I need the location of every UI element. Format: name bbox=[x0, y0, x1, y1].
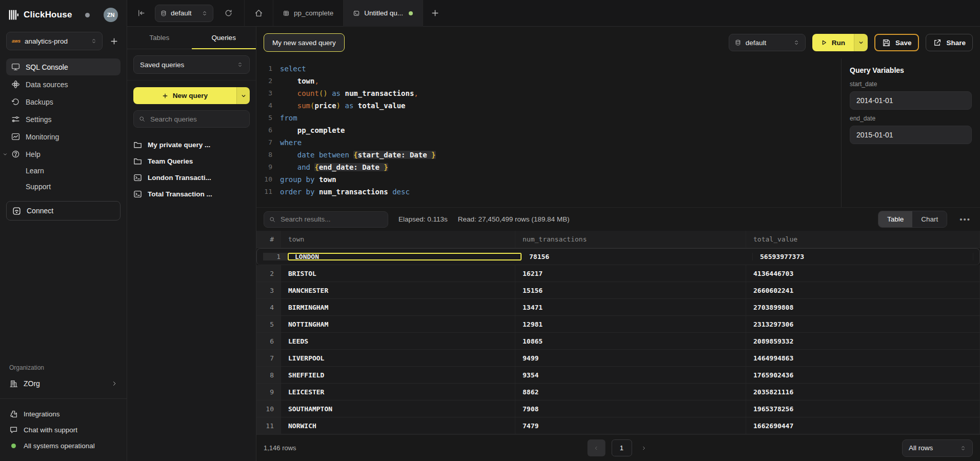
service-selector[interactable]: aws analytics-prod bbox=[6, 32, 103, 50]
table-cell[interactable]: 1965378256 bbox=[746, 400, 980, 417]
table-cell[interactable]: 2313297306 bbox=[746, 316, 980, 332]
search-queries-input[interactable] bbox=[149, 115, 244, 124]
table-cell[interactable]: NOTTINGHAM bbox=[281, 316, 515, 332]
column-header-town[interactable]: town bbox=[281, 231, 515, 248]
collapse-sidebar-button[interactable] bbox=[127, 9, 155, 17]
sql-code: sum(price) as total_value bbox=[280, 99, 406, 112]
table-cell[interactable]: 10865 bbox=[515, 333, 746, 349]
tab-untitled-qu[interactable]: Untitled qu... bbox=[344, 0, 423, 27]
sidebar-item-sql-console[interactable]: SQL Console bbox=[6, 58, 121, 75]
save-button[interactable]: Save bbox=[874, 34, 919, 51]
sidebar-footer-chat-with-support[interactable]: Chat with support bbox=[6, 422, 121, 438]
sidebar-item-data-sources[interactable]: Data sources bbox=[6, 76, 121, 93]
table-cell[interactable]: LONDON bbox=[288, 253, 522, 260]
table-cell[interactable]: BRISTOL bbox=[281, 265, 515, 282]
sidebar-footer-integrations[interactable]: Integrations bbox=[6, 406, 121, 422]
refresh-button[interactable] bbox=[216, 9, 240, 17]
page-size-selector[interactable]: All rows bbox=[902, 439, 973, 457]
current-page[interactable]: 1 bbox=[611, 439, 632, 456]
footer-item-label: Chat with support bbox=[24, 426, 77, 434]
table-cell[interactable]: LIVERPOOL bbox=[281, 350, 515, 366]
share-button[interactable]: Share bbox=[926, 34, 973, 51]
sidebar-sublink-learn[interactable]: Learn bbox=[6, 163, 121, 178]
help-icon bbox=[11, 150, 20, 158]
divider bbox=[0, 398, 127, 399]
sidebar-footer-all-systems-operational[interactable]: All systems operational bbox=[6, 438, 121, 454]
column-header-index[interactable]: # bbox=[256, 231, 281, 248]
sql-line: 3 count() as num_transactions, bbox=[256, 87, 841, 99]
table-cell[interactable]: 78156 bbox=[522, 253, 753, 260]
panel-tab-tables[interactable]: Tables bbox=[127, 27, 192, 49]
table-cell[interactable]: 16217 bbox=[515, 265, 746, 282]
table-cell[interactable]: 2089859332 bbox=[746, 333, 980, 349]
view-toggle-chart[interactable]: Chart bbox=[912, 211, 947, 227]
sql-editor[interactable]: 1select2 town,3 count() as num_transacti… bbox=[256, 58, 841, 207]
saved-query-item-london-transacti[interactable]: London Transacti... bbox=[133, 169, 250, 186]
line-number: 8 bbox=[256, 149, 280, 161]
more-options-button[interactable]: ••• bbox=[957, 215, 973, 224]
add-service-button[interactable] bbox=[108, 35, 121, 48]
status-dot bbox=[85, 13, 90, 17]
table-cell[interactable]: 8862 bbox=[515, 384, 746, 400]
table-cell[interactable]: 4136446703 bbox=[746, 265, 980, 282]
new-tab-button[interactable] bbox=[423, 0, 447, 27]
user-avatar[interactable]: ZN bbox=[104, 8, 118, 22]
view-toggle-table[interactable]: Table bbox=[878, 211, 912, 227]
column-header-num-transactions[interactable]: num_transactions bbox=[515, 231, 746, 248]
column-header-total-value[interactable]: total_value bbox=[746, 231, 980, 248]
saved-queries-selector[interactable]: Saved queries bbox=[133, 55, 250, 74]
database-selector-topbar[interactable]: default bbox=[155, 5, 213, 22]
table-cell[interactable]: LEEDS bbox=[281, 333, 515, 349]
database-selector-editor[interactable]: default bbox=[729, 34, 806, 51]
connect-button[interactable]: Connect bbox=[6, 201, 121, 221]
tab-pp-complete[interactable]: pp_complete bbox=[273, 0, 344, 27]
next-page-button[interactable] bbox=[638, 445, 649, 451]
panel-tab-queries[interactable]: Queries bbox=[192, 27, 256, 49]
sidebar-item-help[interactable]: Help bbox=[6, 146, 121, 163]
table-cell[interactable]: 9499 bbox=[515, 350, 746, 366]
tab-home[interactable] bbox=[245, 0, 273, 27]
editor-tabs: pp_completeUntitled qu... bbox=[273, 0, 423, 27]
table-cell[interactable]: NORWICH bbox=[281, 417, 515, 434]
new-query-button[interactable]: New query bbox=[133, 87, 250, 104]
organization-item[interactable]: ZOrg bbox=[6, 376, 121, 391]
table-cell[interactable]: MANCHESTER bbox=[281, 282, 515, 298]
saved-query-chip[interactable]: My new saved query bbox=[264, 33, 345, 52]
table-cell[interactable]: 7908 bbox=[515, 400, 746, 417]
table-cell[interactable]: 1464994863 bbox=[746, 350, 980, 366]
table-cell[interactable]: 1662690447 bbox=[746, 417, 980, 434]
table-cell[interactable]: LEICESTER bbox=[281, 384, 515, 400]
database-name: default bbox=[171, 9, 192, 17]
table-row: 3MANCHESTER151562660602241 bbox=[256, 282, 980, 299]
table-cell[interactable]: 2660602241 bbox=[746, 282, 980, 298]
row-index-cell: 8 bbox=[256, 367, 281, 383]
variable-label-start-date: start_date bbox=[850, 81, 972, 88]
table-cell[interactable]: 7479 bbox=[515, 417, 746, 434]
table-cell[interactable]: 9354 bbox=[515, 367, 746, 383]
sql-line: 5from bbox=[256, 112, 841, 124]
sidebar-sublink-support[interactable]: Support bbox=[6, 178, 121, 194]
saved-query-item-total-transaction[interactable]: Total Transaction ... bbox=[133, 186, 250, 202]
table-cell[interactable]: 2035821116 bbox=[746, 384, 980, 400]
sidebar-item-backups[interactable]: Backups bbox=[6, 93, 121, 110]
table-cell[interactable]: 15156 bbox=[515, 282, 746, 298]
table-cell[interactable]: SHEFFIELD bbox=[281, 367, 515, 383]
run-options-dropdown[interactable] bbox=[854, 34, 868, 51]
table-cell[interactable]: BIRMINGHAM bbox=[281, 299, 515, 315]
variable-input-start-date[interactable] bbox=[850, 91, 972, 110]
table-cell[interactable]: 13471 bbox=[515, 299, 746, 315]
previous-page-button[interactable] bbox=[587, 439, 605, 456]
sidebar-item-monitoring[interactable]: Monitoring bbox=[6, 128, 121, 145]
variable-input-end-date[interactable] bbox=[850, 126, 972, 144]
table-cell[interactable]: SOUTHAMPTON bbox=[281, 400, 515, 417]
table-cell[interactable]: 1765902436 bbox=[746, 367, 980, 383]
table-cell[interactable]: 12981 bbox=[515, 316, 746, 332]
saved-query-item-team-queries[interactable]: Team Queries bbox=[133, 153, 250, 169]
sidebar-item-settings[interactable]: Settings bbox=[6, 111, 121, 128]
saved-query-item-my-private-query[interactable]: My private query ... bbox=[133, 136, 250, 153]
run-button[interactable]: Run bbox=[812, 34, 854, 51]
search-results-input[interactable] bbox=[279, 215, 383, 224]
table-cell[interactable]: 2703899808 bbox=[746, 299, 980, 315]
new-query-dropdown[interactable] bbox=[236, 87, 250, 104]
table-cell[interactable]: 56593977373 bbox=[753, 253, 973, 260]
